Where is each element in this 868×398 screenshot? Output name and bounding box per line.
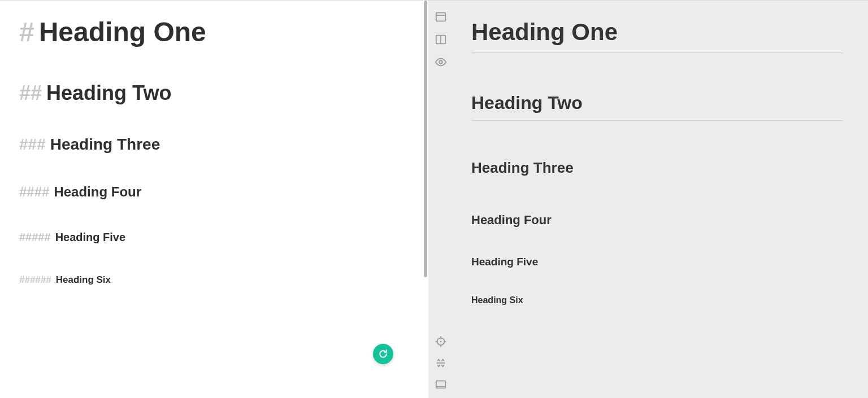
preview-rule-h2 (471, 120, 843, 121)
editor-line-h4[interactable]: ####Heading Four (19, 183, 403, 200)
fullscreen-button[interactable] (433, 378, 448, 391)
editor-line-h1[interactable]: #Heading One (19, 18, 403, 47)
editor-line-h2[interactable]: ##Heading Two (19, 81, 403, 104)
grammarly-badge[interactable] (373, 344, 393, 364)
svg-point-4 (439, 60, 442, 64)
scroll-sync-arrows-icon (435, 357, 447, 369)
markdown-text: Heading Five (55, 231, 125, 243)
preview-rule-h1 (471, 53, 843, 53)
grammarly-icon (377, 348, 389, 360)
layout-top-icon (435, 11, 447, 23)
markdown-hash: ##### (19, 231, 51, 243)
markdown-hash: ## (19, 81, 42, 104)
markdown-hash: # (19, 17, 34, 47)
preview-eye-button[interactable] (433, 56, 448, 68)
layout-top-button[interactable] (433, 11, 448, 23)
view-toolbar-bottom (433, 335, 448, 391)
markdown-hash: ###### (19, 274, 51, 285)
sync-scroll-target-icon (435, 335, 447, 348)
markdown-text: Heading Four (54, 184, 141, 199)
preview-h6: Heading Six (471, 295, 843, 305)
markdown-text: Heading Two (46, 81, 171, 104)
editor-line-h6[interactable]: ######Heading Six (19, 274, 403, 287)
preview-h3: Heading Three (471, 159, 843, 177)
markdown-text: Heading Six (56, 274, 111, 285)
sync-target-button[interactable] (433, 335, 448, 348)
scroll-sync-button[interactable] (433, 357, 448, 369)
editor-line-h5[interactable]: #####Heading Five (19, 230, 403, 244)
preview-pane[interactable]: Heading One Heading Two Heading Three He… (453, 1, 868, 398)
fullscreen-icon (435, 378, 447, 391)
markdown-text: Heading Three (50, 135, 160, 153)
view-toolbar (428, 1, 453, 398)
pane-splitter[interactable] (423, 1, 428, 398)
layout-split-button[interactable] (433, 33, 448, 46)
layout-split-icon (435, 33, 447, 46)
editor-line-h3[interactable]: ###Heading Three (19, 135, 403, 154)
preview-eye-icon (435, 56, 447, 68)
preview-h4: Heading Four (471, 213, 843, 228)
preview-h1: Heading One (471, 19, 843, 46)
preview-h5: Heading Five (471, 256, 843, 268)
svg-rect-0 (436, 13, 446, 21)
markdown-hash: ### (19, 135, 46, 153)
svg-point-10 (440, 341, 442, 343)
app-root: #Heading One ##Heading Two ###Heading Th… (0, 1, 868, 398)
markdown-hash: #### (19, 184, 49, 199)
preview-h2: Heading Two (471, 93, 843, 113)
markdown-text: Heading One (39, 17, 206, 47)
editor-pane[interactable]: #Heading One ##Heading Two ###Heading Th… (0, 1, 423, 398)
